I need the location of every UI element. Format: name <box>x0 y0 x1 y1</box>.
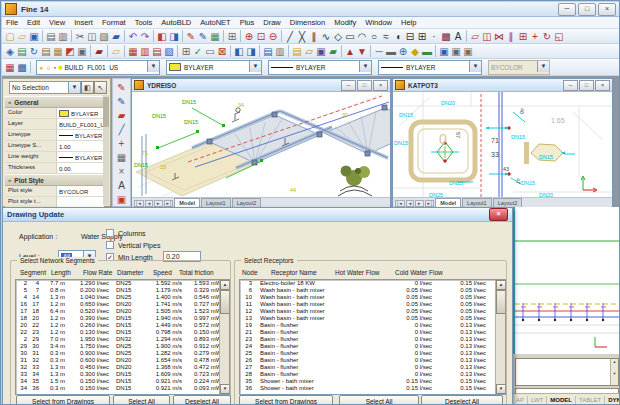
construction-line-icon[interactable]: ╳ <box>296 30 308 43</box>
status-toggle[interactable]: LWT <box>528 396 547 405</box>
table-row[interactable]: 17 18 6.4 m 0.520 l/sec DN20 1.505 m/s 1… <box>16 308 220 315</box>
save-icon[interactable]: ▣ <box>28 30 40 43</box>
table-row[interactable]: 21 Basin - flusher 0 l/sec 0.13 l/sec <box>240 329 496 336</box>
tab-last-icon[interactable]: ►| <box>164 200 174 207</box>
deselect-all-button[interactable]: Deselect All <box>421 395 503 405</box>
menu-item[interactable]: Insert <box>74 18 93 27</box>
status-toggle[interactable]: AP <box>513 396 528 405</box>
plus-red-icon[interactable]: + <box>116 137 128 150</box>
pipe-check-icon[interactable]: ▬ <box>421 45 433 58</box>
layer-lock-icon[interactable]: ▪ <box>54 62 56 73</box>
table-row[interactable]: 31 32 0.3 m 0.600 l/sec DN20 1.654 m/s 0… <box>16 357 220 364</box>
undo-icon[interactable]: ↶ <box>127 30 139 43</box>
mirror-icon[interactable]: ⋈ <box>493 30 505 43</box>
table-row[interactable]: 28 Basin - flusher 0 l/sec 0.13 l/sec <box>240 371 496 378</box>
table-row[interactable]: 22 23 1.2 m 0.130 l/sec DN15 0.798 m/s 0… <box>16 329 220 336</box>
folder2-icon[interactable]: ▱ <box>303 45 315 58</box>
zoom-realtime-icon[interactable]: ⊕ <box>243 30 255 43</box>
tab-first-icon[interactable]: |◄ <box>395 200 405 207</box>
polygon-icon[interactable]: ◇ <box>332 30 344 43</box>
tri-up-icon[interactable]: ▲ <box>344 45 356 58</box>
new-file-icon[interactable]: ▢ <box>4 30 16 43</box>
zoom-previous-icon[interactable]: ⊖ <box>267 30 279 43</box>
insert-block-icon[interactable]: ⊟ <box>404 30 416 43</box>
table-row[interactable]: 5 7 0.8 m 0.200 l/sec DN15 1.179 m/s 0.3… <box>16 287 220 294</box>
deselect-all-button[interactable]: Deselect All <box>173 395 231 405</box>
offset-icon[interactable]: ∥ <box>505 30 517 43</box>
chevron-down-icon[interactable]: ▼ <box>147 61 159 72</box>
sketch-red-icon[interactable]: ✎ <box>185 30 197 43</box>
table-row[interactable]: 34 36 0.3 m 0.150 l/sec DN15 0.921 m/s 0… <box>16 385 220 392</box>
circle-icon[interactable]: ○ <box>368 30 380 43</box>
property-value[interactable]: BYLAYER <box>57 152 104 162</box>
copy-object-icon[interactable]: ◫ <box>481 30 493 43</box>
property-value[interactable]: BYLAYER <box>57 108 104 118</box>
menu-item[interactable]: Format <box>102 18 126 27</box>
table-row[interactable]: 2 29 7.0 m 1.950 l/sec DN32 1.294 m/s 0.… <box>16 336 220 343</box>
property-row[interactable]: Linetype BYLAYER <box>5 130 104 141</box>
property-value[interactable]: 1.00 <box>57 141 104 151</box>
menu-item[interactable]: AutoBLD <box>161 18 191 27</box>
property-row[interactable]: Plot style BYCOLOR <box>5 186 104 197</box>
property-row[interactable]: Thickness 0.00 <box>5 163 104 174</box>
status-toggle[interactable]: DYN <box>605 396 620 405</box>
blue-l2-icon[interactable]: ◨ <box>245 45 257 58</box>
restore-button[interactable]: □ <box>579 80 594 91</box>
restore-button[interactable]: □ <box>357 80 372 91</box>
table-row[interactable]: 33 34 1.3 m 0.300 l/sec DN15 1.609 m/s 0… <box>16 371 220 378</box>
layer-freeze-icon[interactable]: ☼ <box>45 62 51 73</box>
win-grid-icon[interactable]: ⊞ <box>180 45 192 58</box>
rotate-icon[interactable]: ↻ <box>541 30 553 43</box>
chevron-down-icon[interactable]: ▼ <box>469 61 481 72</box>
net-grid-3-icon[interactable]: ▤ <box>151 45 163 58</box>
table-row[interactable]: 4 14 1.3 m 1.040 l/sec DN25 1.400 m/s 0.… <box>16 294 220 301</box>
open-folder-icon[interactable]: ▱ <box>16 30 28 43</box>
copy-icon[interactable]: ◫ <box>86 30 98 43</box>
cut-icon[interactable]: ✂ <box>74 30 86 43</box>
selection-select[interactable]: No Selection ▼ <box>9 81 81 94</box>
block-red-icon[interactable]: ▣ <box>116 193 128 206</box>
net-grid-1-icon[interactable]: ▦ <box>127 45 139 58</box>
array-icon[interactable]: ⊞ <box>517 30 529 43</box>
toggle-pickadd-button[interactable]: ◧ <box>81 81 94 94</box>
property-value[interactable] <box>57 197 104 207</box>
tab-next-icon[interactable]: ► <box>154 200 162 207</box>
line-blue2-icon[interactable]: ─ <box>373 45 385 58</box>
tab-prev-icon[interactable]: ◄ <box>406 200 414 207</box>
status-toggle[interactable]: TABLET <box>576 396 605 405</box>
table-row[interactable]: 36 Shower - bath mixer 0.15 l/sec 0.15 l… <box>240 385 496 392</box>
disk-icon[interactable]: ▣ <box>76 45 88 58</box>
tab-first-icon[interactable]: |◄ <box>134 200 144 207</box>
tri-down-icon[interactable]: ▼ <box>356 45 368 58</box>
menu-item[interactable]: View <box>49 18 65 27</box>
line-blue-icon[interactable]: ╱ <box>116 123 128 136</box>
table-row[interactable]: 30 31 0.3 m 0.900 l/sec DN25 1.282 m/s 0… <box>16 350 220 357</box>
layer-manager-icon[interactable]: ▦ <box>4 61 16 74</box>
menu-item[interactable]: Draw <box>263 18 281 27</box>
grid-gray-icon[interactable]: ▦ <box>116 151 128 164</box>
field-blue-icon[interactable]: ◨ <box>168 30 180 43</box>
brush-icon[interactable]: ▰ <box>93 45 105 58</box>
close-button[interactable]: × <box>373 80 388 91</box>
dialog-title-bar[interactable]: Drawing Update × <box>3 208 512 222</box>
disk2-icon[interactable]: ▣ <box>315 45 327 58</box>
command-history[interactable]: ▲▼ <box>515 358 619 386</box>
columns-checkbox[interactable] <box>106 229 114 237</box>
vertical-pipes-checkbox[interactable] <box>106 241 114 249</box>
double-line-icon[interactable]: ∥ <box>308 30 320 43</box>
property-value[interactable]: BYCOLOR <box>57 186 104 196</box>
property-row[interactable]: Linetype S... 1.00 <box>5 141 104 152</box>
sketch-blue-icon[interactable]: ✎ <box>197 30 209 43</box>
pen-red-icon[interactable]: ✎ <box>116 81 128 94</box>
property-value[interactable]: BUILD_FL001_U <box>57 119 104 129</box>
table-row[interactable]: 27 Basin - flusher 0 l/sec 0.13 l/sec <box>240 364 496 371</box>
table-row[interactable]: 12 Wash basin - bath mixer 0.05 l/sec 0.… <box>240 308 496 315</box>
menu-item[interactable]: Dimension <box>290 18 325 27</box>
property-row[interactable]: Layer BUILD_FL001_U <box>5 119 104 130</box>
spline-icon[interactable]: ≈ <box>380 30 392 43</box>
property-value[interactable]: 0.00 <box>57 163 104 173</box>
table-row[interactable]: 23 Basin - flusher 0 l/sec 0.13 l/sec <box>240 336 496 343</box>
match-properties-icon[interactable]: ▰ <box>110 30 122 43</box>
receptors-list[interactable]: 3 Electro-boiler 18 KW 0 l/sec 0.15 l/se… <box>239 279 506 395</box>
property-row[interactable]: Color BYLAYER <box>5 108 104 119</box>
